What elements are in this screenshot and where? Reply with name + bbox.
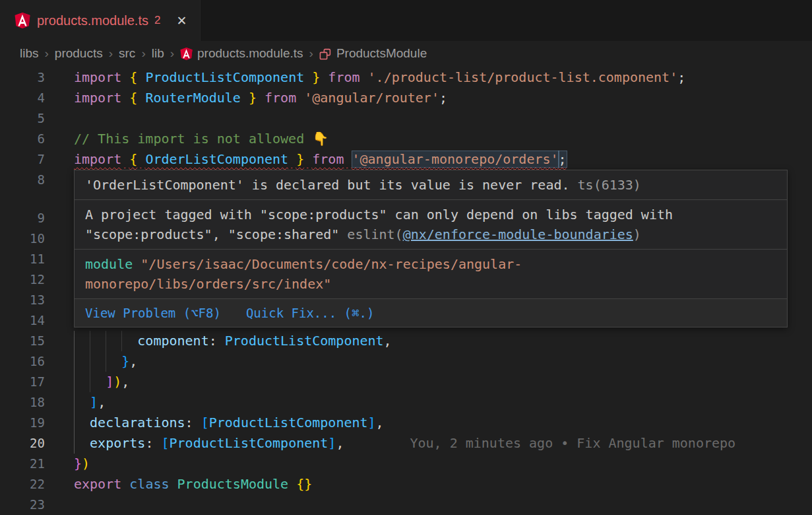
- code-token: [257, 90, 265, 106]
- line-number: 23: [0, 495, 45, 515]
- code-token: ]: [368, 415, 376, 430]
- breadcrumb-item-productsmodule[interactable]: ProductsModule: [319, 46, 427, 61]
- code-token: ProductListComponent: [145, 69, 304, 85]
- quick-fix-link[interactable]: Quick Fix... (⌘.): [246, 304, 374, 322]
- hover-popup: 'OrderListComponent' is declared but its…: [74, 170, 788, 327]
- breadcrumb-label: products.module.ts: [197, 46, 303, 61]
- breadcrumb-label: libs: [20, 46, 39, 61]
- line-number: 17: [0, 372, 45, 392]
- code-token: [: [201, 415, 209, 430]
- indent-guide: [74, 351, 90, 372]
- chevron-right-icon: ›: [141, 46, 145, 61]
- code-token: }: [296, 151, 304, 167]
- breadcrumb-label: ProductsModule: [336, 46, 427, 61]
- code-token: ]: [90, 394, 98, 410]
- indent-guide: [74, 331, 90, 351]
- code-token: {}: [296, 476, 312, 492]
- chevron-right-icon: ›: [109, 46, 113, 61]
- code-token: ,: [121, 374, 129, 390]
- eslint-rule-link[interactable]: @nx/enforce-module-boundaries: [403, 226, 633, 242]
- code-line-23[interactable]: 23: [0, 495, 812, 515]
- code-token: ): [113, 374, 121, 390]
- code-token: 👇: [312, 131, 328, 147]
- code-line-15[interactable]: 15component: ProductListComponent,: [0, 331, 812, 351]
- code-line-3[interactable]: 3import { ProductListComponent } from '.…: [0, 67, 812, 88]
- chevron-right-icon: ›: [170, 46, 174, 61]
- code-line-7[interactable]: 7import { OrderListComponent } from '@an…: [0, 149, 812, 170]
- indent-guide: [106, 351, 121, 372]
- line-content: }): [74, 454, 90, 474]
- code-line-6[interactable]: 6// This import is not allowed 👇: [0, 129, 812, 149]
- code-token: [170, 476, 177, 492]
- line-number: 4: [0, 88, 45, 108]
- code-token: ;: [439, 90, 447, 106]
- code-token: [360, 69, 368, 85]
- code-token: ): [82, 456, 90, 471]
- chevron-right-icon: ›: [45, 46, 49, 61]
- hover-ts-error: 'OrderListComponent' is declared but its…: [75, 170, 787, 199]
- code-token: }: [121, 353, 129, 369]
- code-line-20[interactable]: 20exports: [ProductListComponent],You, 2…: [0, 433, 812, 454]
- indent-guide: [74, 392, 90, 413]
- indent-guide: [90, 372, 106, 392]
- breadcrumb-item-products-module-ts[interactable]: products.module.ts: [180, 46, 303, 61]
- code-token: from: [328, 69, 359, 85]
- breadcrumb-item-products[interactable]: products: [55, 46, 103, 61]
- indent-guide: [90, 331, 106, 351]
- code-token: '@angular/router': [304, 90, 439, 106]
- tab-bar: products.module.ts 2 ✕: [0, 0, 812, 41]
- line-number: 16: [0, 351, 45, 372]
- line-content: },: [74, 351, 137, 372]
- breadcrumb: libs›products›src›lib›products.module.ts…: [0, 41, 812, 66]
- code-token: import: [74, 69, 121, 85]
- tab-problems-badge: 2: [154, 14, 160, 27]
- tab-products-module[interactable]: products.module.ts 2 ✕: [0, 0, 201, 41]
- indent-guide: [74, 413, 90, 433]
- code-token: export: [74, 476, 121, 492]
- angular-icon: [180, 48, 193, 60]
- line-content: import { RouterModule } from '@angular/r…: [74, 88, 447, 108]
- code-area[interactable]: 'OrderListComponent' is declared but its…: [0, 66, 812, 515]
- code-token: import: [74, 90, 121, 106]
- code-token: [137, 151, 145, 167]
- code-token: ProductsModule: [177, 476, 289, 492]
- indent-guide: [121, 331, 137, 351]
- line-number: 9: [0, 208, 45, 228]
- code-line-17[interactable]: 17]),: [0, 372, 812, 392]
- code-line-4[interactable]: 4import { RouterModule } from '@angular/…: [0, 88, 812, 108]
- line-content: ],: [74, 392, 106, 413]
- code-token: :: [209, 333, 225, 349]
- line-content: declarations: [ProductListComponent],: [74, 413, 384, 433]
- code-line-21[interactable]: 21}): [0, 454, 812, 474]
- eslint-source-close: ): [633, 226, 641, 242]
- code-token: ,: [384, 333, 392, 349]
- line-number: 15: [0, 331, 45, 351]
- angular-icon: [15, 13, 30, 28]
- line-number: 22: [0, 474, 45, 495]
- line-number: 7: [0, 149, 45, 170]
- breadcrumb-item-lib[interactable]: lib: [152, 46, 164, 61]
- code-token: ,: [376, 415, 384, 430]
- code-line-5[interactable]: 5: [0, 108, 812, 129]
- view-problem-link[interactable]: View Problem (⌥F8): [85, 304, 221, 322]
- code-line-18[interactable]: 18],: [0, 392, 812, 413]
- line-content: exports: [ProductListComponent],You, 2 m…: [74, 433, 735, 454]
- code-token: declarations: [90, 415, 185, 430]
- module-keyword: module: [85, 256, 133, 272]
- close-icon[interactable]: ✕: [176, 13, 187, 28]
- line-content: import { OrderListComponent } from '@ang…: [74, 149, 567, 170]
- line-number: 10: [0, 228, 45, 249]
- module-path-line1: module "/Users/isaac/Documents/code/nx-r…: [85, 254, 776, 274]
- code-line-16[interactable]: 16},: [0, 351, 812, 372]
- git-blame-annotation: You, 2 minutes ago • Fix Angular monorep…: [410, 435, 735, 451]
- indent-guide: [74, 433, 90, 454]
- breadcrumb-item-src[interactable]: src: [119, 46, 135, 61]
- code-token: [241, 90, 249, 106]
- code-token: [121, 476, 129, 492]
- code-token: [121, 69, 129, 85]
- code-line-19[interactable]: 19declarations: [ProductListComponent],: [0, 413, 812, 433]
- code-line-22[interactable]: 22export class ProductsModule {}: [0, 474, 812, 495]
- indent-guide: [74, 372, 90, 392]
- breadcrumb-item-libs[interactable]: libs: [20, 46, 39, 61]
- line-number: 14: [0, 310, 45, 331]
